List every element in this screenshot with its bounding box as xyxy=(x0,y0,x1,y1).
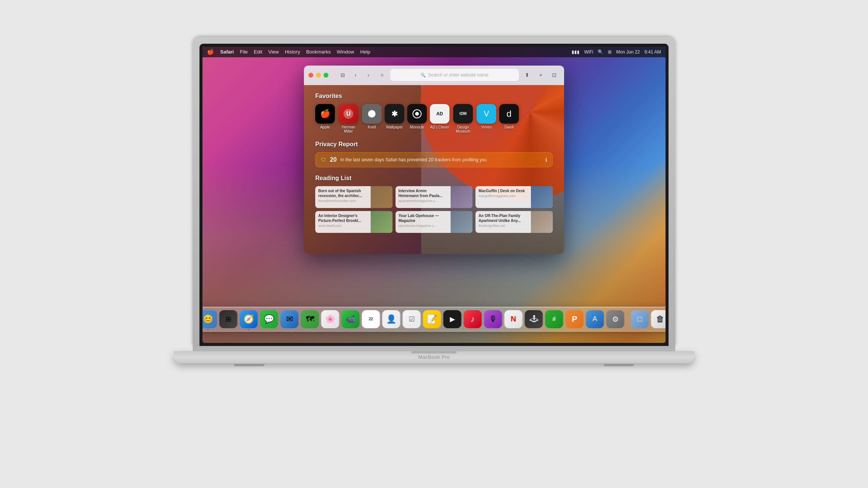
menubar-history[interactable]: History xyxy=(285,49,300,55)
share-button[interactable]: ⬆ xyxy=(522,70,532,80)
menubar-app-name[interactable]: Safari xyxy=(220,49,234,55)
privacy-info-icon[interactable]: ℹ xyxy=(545,157,547,163)
dock-item-calendar[interactable]: 22 xyxy=(362,310,380,328)
dock-item-facetime[interactable]: 📹 xyxy=(342,310,360,328)
favorite-design-museum[interactable]: tDM Design Museum xyxy=(452,104,474,133)
favorite-wallpaper[interactable]: ✱ Wallpaper xyxy=(385,104,404,133)
favorites-section: Favorites 🍎 Apple U xyxy=(315,93,553,133)
dock-item-safari[interactable]: 🧭 xyxy=(240,310,258,328)
reading-card-6[interactable]: An Off-The-Plan Family Apartment Unlike … xyxy=(475,211,553,233)
reading-card-4-text: An Interior Designer's Picture-Perfect B… xyxy=(315,211,371,233)
favorite-dwell[interactable]: d Dwell xyxy=(499,104,519,133)
dock-item-files[interactable]: □ xyxy=(631,310,649,328)
privacy-report-bar[interactable]: 🛡 20 In the last seven days Safari has p… xyxy=(315,152,553,167)
trash-icon: 🗑 xyxy=(656,314,664,324)
reading-card-5-thumbnail xyxy=(451,211,472,233)
favorite-apple[interactable]: 🍎 Apple xyxy=(315,104,335,133)
dock-item-pages[interactable]: P xyxy=(566,310,584,328)
dock-item-notes[interactable]: 📝 xyxy=(423,310,441,328)
macbook-model-label: MacBook Pro xyxy=(418,354,450,360)
reading-card-4-thumbnail xyxy=(371,211,393,233)
contacts-icon: 👤 xyxy=(386,314,396,324)
reading-card-6-thumbnail xyxy=(531,211,553,233)
screen-bezel: 🍎 Safari File Edit View History Bookmark… xyxy=(199,44,669,346)
dock-item-appletv[interactable]: ▶ xyxy=(443,310,462,328)
dock-item-music[interactable]: ♪ xyxy=(464,310,482,328)
favorite-icon-kvell xyxy=(362,104,382,124)
reading-card-1-thumbnail xyxy=(371,186,393,208)
dock-item-photos[interactable]: 🌸 xyxy=(321,310,339,328)
favorite-kvell[interactable]: Kvell xyxy=(362,104,382,133)
back-button[interactable]: ‹ xyxy=(350,70,361,80)
reading-card-5[interactable]: Your Lab Opehouse — Magazine openhouse-m… xyxy=(396,211,473,233)
reading-card-5-url: openhouse-magazine.c... xyxy=(399,224,448,228)
menubar-controlcenter-icon[interactable]: ⊞ xyxy=(608,49,612,55)
dock-item-arcade[interactable]: 🕹 xyxy=(525,310,543,328)
privacy-section: Privacy Report 🛡 20 In the last seven da… xyxy=(315,141,553,167)
dock-item-appstore[interactable]: A xyxy=(586,310,604,328)
dock-item-finder[interactable]: 😊 xyxy=(202,310,217,328)
menubar-time: 9:41 AM xyxy=(644,49,661,55)
dock-item-mail[interactable]: ✉ xyxy=(281,310,299,328)
privacy-title: Privacy Report xyxy=(315,141,553,148)
menubar-bookmarks[interactable]: Bookmarks xyxy=(306,49,331,55)
menubar-right: ▮▮▮ WiFi 🔍 ⊞ Mon Jun 22 9:41 AM xyxy=(572,49,661,55)
apple-menu-icon[interactable]: 🍎 xyxy=(207,49,214,55)
new-tab-button[interactable]: + xyxy=(535,70,546,80)
reading-card-1-url: freundevonfreunden.com xyxy=(318,199,368,203)
favorites-title: Favorites xyxy=(315,93,553,99)
favorite-herman-miller[interactable]: U Herman Miller xyxy=(338,104,359,133)
menubar-search-icon[interactable]: 🔍 xyxy=(598,49,603,55)
close-button[interactable] xyxy=(308,73,313,78)
dock-item-podcasts[interactable]: 🎙 xyxy=(484,310,502,328)
menubar-help[interactable]: Help xyxy=(360,49,370,55)
macbook: 🍎 Safari File Edit View History Bookmark… xyxy=(193,37,675,451)
numbers-icon: # xyxy=(552,316,556,323)
reader-button[interactable]: ≡ xyxy=(377,70,387,80)
dock-item-contacts[interactable]: 👤 xyxy=(382,310,400,328)
dock-item-system-preferences[interactable]: ⚙ xyxy=(606,310,624,328)
dock-bar: 😊 ⊞ 🧭 💬 xyxy=(202,307,666,332)
menubar-view[interactable]: View xyxy=(268,49,279,55)
favorite-icon-monocle xyxy=(407,104,427,124)
favorite-ad-clever[interactable]: AD AD | Clever xyxy=(430,104,449,133)
favorite-icon-apple: 🍎 xyxy=(315,104,335,124)
system-preferences-icon: ⚙ xyxy=(612,315,619,324)
minimize-button[interactable] xyxy=(316,73,321,78)
menubar-edit[interactable]: Edit xyxy=(254,49,262,55)
reading-card-4[interactable]: An Interior Designer's Picture-Perfect B… xyxy=(315,211,393,233)
favorite-icon-herman-miller: U xyxy=(339,104,358,124)
dock-item-numbers[interactable]: # xyxy=(545,310,563,328)
address-bar[interactable]: 🔍 Search or enter website name xyxy=(390,69,519,81)
dock-item-launchpad[interactable]: ⊞ xyxy=(219,310,238,328)
appletv-icon: ▶ xyxy=(450,315,455,323)
menubar-file[interactable]: File xyxy=(240,49,248,55)
reading-card-1[interactable]: Born out of the Spanish recession, the a… xyxy=(315,186,393,208)
dock-item-messages[interactable]: 💬 xyxy=(260,310,278,328)
reading-card-3[interactable]: MacGuffin | Desk on Desk macguffinmagazi… xyxy=(475,186,553,208)
finder-icon: 😊 xyxy=(203,314,213,324)
dock-item-reminders[interactable]: ☑ xyxy=(403,310,421,328)
search-icon: 🔍 xyxy=(420,73,426,78)
safari-toolbar: ⊟ ‹ › ≡ 🔍 Search or enter website name ⬆ xyxy=(304,66,564,85)
dock-item-trash[interactable]: 🗑 xyxy=(651,310,666,328)
sidebar-toggle-button[interactable]: ⊟ xyxy=(337,70,348,80)
favorite-monocle[interactable]: Monocle xyxy=(407,104,427,133)
reading-card-2[interactable]: Interview Armin Heinemann from Paula... … xyxy=(396,186,473,208)
reading-card-3-title: MacGuffin | Desk on Desk xyxy=(478,188,528,193)
dock-item-maps[interactable]: 🗺 xyxy=(301,310,319,328)
reading-card-6-text: An Off-The-Plan Family Apartment Unlike … xyxy=(475,211,531,233)
favorite-icon-dwell: d xyxy=(499,104,519,124)
podcasts-icon: 🎙 xyxy=(489,314,497,324)
menubar-window[interactable]: Window xyxy=(337,49,354,55)
svg-point-4 xyxy=(415,112,419,116)
reading-card-6-title: An Off-The-Plan Family Apartment Unlike … xyxy=(478,213,528,223)
tabs-overview-button[interactable]: ⊡ xyxy=(549,70,560,80)
favorite-vimeo[interactable]: V Vimeo xyxy=(477,104,496,133)
privacy-description: In the last seven days Safari has preven… xyxy=(340,157,541,162)
dock-item-news[interactable]: N xyxy=(505,310,523,328)
reading-card-2-url: apartamentomagazine.c... xyxy=(399,199,448,203)
forward-button[interactable]: › xyxy=(363,70,374,80)
music-icon: ♪ xyxy=(471,314,475,324)
fullscreen-button[interactable] xyxy=(324,73,328,78)
